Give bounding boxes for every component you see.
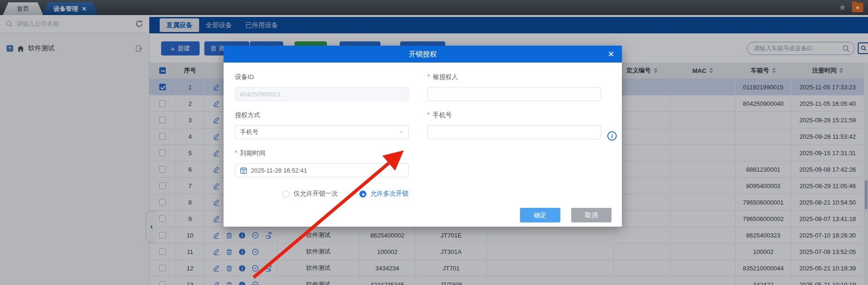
radio-off-icon xyxy=(282,190,289,198)
dialog-title: 开锁授权 xyxy=(409,50,437,59)
expire-time-input[interactable]: 2025-11-28 16:52:41 xyxy=(235,163,409,177)
field-authorized-person: 被授权人 xyxy=(427,73,601,101)
unlock-mode-radios: 仅允许开锁一次 允许多次开锁 xyxy=(235,190,601,198)
auth-method-value: 手机号 xyxy=(240,128,258,136)
field-expire-time: 到期时间 2025-11-28 16:52:41 xyxy=(235,149,409,177)
radio-single-unlock-label: 仅允许开锁一次 xyxy=(294,190,338,198)
radio-on-icon xyxy=(359,190,366,198)
field-device-id-label: 设备ID xyxy=(235,73,409,81)
app-window: 首页 设备管理 ✕ ★ ★ 请输入公司名称 + 软件测试 xyxy=(0,0,868,285)
field-authorized-person-label: 被授权人 xyxy=(427,73,601,81)
radio-single-unlock[interactable]: 仅允许开锁一次 xyxy=(282,190,338,198)
auth-method-select[interactable]: 手机号 ∨ xyxy=(235,125,409,139)
close-icon[interactable]: ✕ xyxy=(608,46,614,63)
field-device-id: 设备ID xyxy=(235,73,409,101)
expire-time-value: 2025-11-28 16:52:41 xyxy=(251,167,307,174)
radio-multiple-unlock[interactable]: 允许多次开锁 xyxy=(359,190,409,198)
unlock-authorization-dialog: 开锁授权 ✕ 设备ID 被授权人 授权方式 手机号 ∨ 手机号 xyxy=(224,46,622,227)
chevron-down-icon: ∨ xyxy=(399,129,403,135)
field-auth-method: 授权方式 手机号 ∨ xyxy=(235,111,409,139)
field-phone-label: 手机号 xyxy=(427,111,601,119)
info-icon[interactable]: i xyxy=(607,131,617,141)
confirm-button[interactable]: 确定 xyxy=(520,208,560,222)
authorized-person-input[interactable] xyxy=(427,87,601,101)
field-phone: 手机号 i xyxy=(427,111,601,139)
device-id-input xyxy=(235,87,409,101)
field-auth-method-label: 授权方式 xyxy=(235,111,409,119)
dialog-header: 开锁授权 ✕ xyxy=(224,46,622,63)
cancel-button[interactable]: 取消 xyxy=(571,208,612,222)
calendar-icon xyxy=(240,167,247,174)
phone-input[interactable] xyxy=(427,125,601,139)
field-expire-time-label: 到期时间 xyxy=(235,149,409,158)
radio-multiple-unlock-label: 允许多次开锁 xyxy=(371,190,409,198)
